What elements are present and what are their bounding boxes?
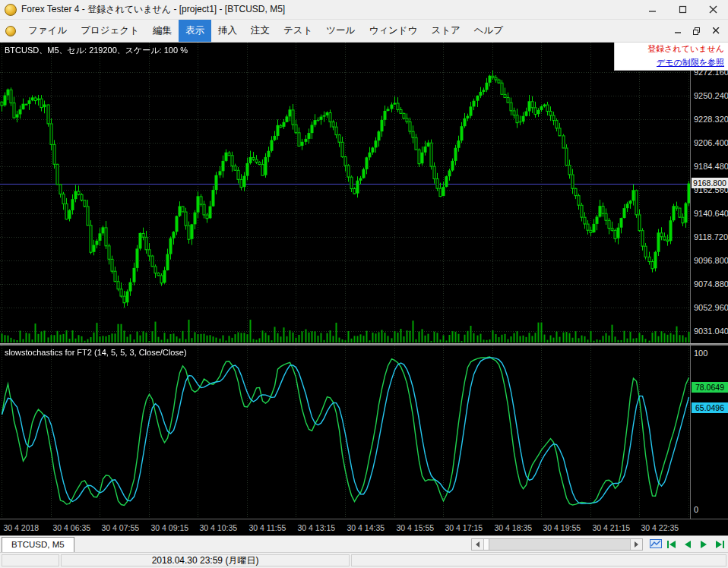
scroll-right-icon xyxy=(635,541,638,547)
jump-end-icon xyxy=(714,540,725,549)
menu-item[interactable]: 注文 xyxy=(244,20,277,42)
chart-tab-btcusd-m5[interactable]: BTCUSD, M5 xyxy=(2,537,74,553)
time-axis-label: 30 4 07:55 xyxy=(102,523,140,532)
price-chart-canvas[interactable] xyxy=(0,43,690,343)
mdi-close-button[interactable] xyxy=(707,24,724,38)
price-axis-label: 9096.800 xyxy=(694,256,728,265)
app-logo-coin-icon xyxy=(5,4,17,16)
minimize-icon xyxy=(648,5,657,14)
scroll-right-button[interactable] xyxy=(630,539,642,550)
menu-item[interactable]: ヘルプ xyxy=(467,20,510,42)
price-axis-label: 9118.720 xyxy=(694,232,728,241)
jump-start-button[interactable] xyxy=(665,538,678,551)
menu-item[interactable]: 挿入 xyxy=(211,20,244,42)
menu-item[interactable]: ツール xyxy=(319,20,362,42)
current-price-badge: 9168.800 xyxy=(692,178,728,188)
time-axis-label: 30 4 13:15 xyxy=(298,523,336,532)
step-forward-icon xyxy=(699,540,708,549)
time-axis-label: 30 4 15:55 xyxy=(397,523,435,532)
mdi-minimize-button[interactable] xyxy=(669,24,686,38)
status-bar: 2018.04.30 23:59 (月曜日) xyxy=(0,552,728,568)
scrollbar-thumb[interactable] xyxy=(489,539,630,550)
mdi-window-controls xyxy=(669,24,728,38)
step-forward-button[interactable] xyxy=(697,538,710,551)
time-axis-label: 30 4 10:35 xyxy=(200,523,238,532)
scroll-left-icon xyxy=(476,541,480,547)
time-axis-label: 30 4 22:35 xyxy=(641,523,679,532)
time-axis-label: 30 4 2018 xyxy=(4,523,40,532)
status-segment-right xyxy=(351,554,726,566)
menu-item[interactable]: ファイル xyxy=(21,20,74,42)
status-datetime: 2018.04.30 23:59 (月曜日) xyxy=(61,554,350,566)
chart-tab-bar: BTCUSD, M5 xyxy=(0,535,728,552)
stochastic-chart-canvas[interactable] xyxy=(0,346,690,519)
chart-workspace: BTCUSD、M5、セル: 219200、スケール: 100 % slowsto… xyxy=(0,43,728,519)
mdi-minimize-icon xyxy=(675,27,682,34)
step-back-icon xyxy=(683,540,692,549)
chart-window-icon xyxy=(650,539,662,550)
price-axis[interactable]: 9168.800 100 0 78.0649 65.0496 9272.1609… xyxy=(690,43,728,519)
price-axis-label: 9250.240 xyxy=(694,91,728,100)
time-axis-label: 30 4 06:35 xyxy=(53,523,91,532)
time-axis-label: 30 4 18:35 xyxy=(495,523,533,532)
status-segment-left xyxy=(2,554,59,566)
menu-bar: ファイルプロジェクト編集表示挿入注文テストツールウィンドウストアヘルプ xyxy=(0,20,728,43)
mdi-restore-button[interactable] xyxy=(688,24,705,38)
maximize-button[interactable] xyxy=(667,0,698,19)
minimize-button[interactable] xyxy=(637,0,667,19)
menu-item[interactable]: ウィンドウ xyxy=(362,20,424,42)
menu-items: ファイルプロジェクト編集表示挿入注文テストツールウィンドウストアヘルプ xyxy=(21,20,510,42)
stoch-value-badge-cyan: 65.0496 xyxy=(692,402,728,413)
menu-item[interactable]: テスト xyxy=(277,20,319,42)
jump-start-icon xyxy=(666,540,677,549)
price-axis-label: 9184.480 xyxy=(694,162,728,171)
time-axis-label: 30 4 14:35 xyxy=(347,523,385,532)
window-title: Forex Tester 4 - 登録されていません - [project1] … xyxy=(21,3,285,16)
mdi-child-coin-icon xyxy=(5,26,16,36)
stochastic-indicator-label: slowstochastics for FT2 (14, 5, 5, 3, Cl… xyxy=(5,348,187,357)
chart-info-label: BTCUSD、M5、セル: 219200、スケール: 100 % xyxy=(5,45,188,56)
menu-item[interactable]: ストア xyxy=(424,20,467,42)
registration-message: 登録されていません xyxy=(619,43,724,55)
price-axis-label: 9140.640 xyxy=(694,209,728,218)
price-axis-label: 9052.960 xyxy=(694,303,728,312)
mdi-restore-icon xyxy=(693,27,701,35)
menu-item[interactable]: 表示 xyxy=(179,20,211,42)
mdi-close-icon xyxy=(713,27,720,34)
stoch-value-badge-green: 78.0649 xyxy=(692,382,728,393)
title-bar: Forex Tester 4 - 登録されていません - [project1] … xyxy=(0,0,728,20)
price-axis-label: 9206.400 xyxy=(694,138,728,147)
time-axis[interactable]: 30 4 201830 4 06:3530 4 07:5530 4 09:153… xyxy=(0,519,728,535)
jump-end-button[interactable] xyxy=(713,538,726,551)
maximize-icon xyxy=(679,5,687,14)
panel-splitter[interactable] xyxy=(0,343,728,346)
stoch-axis-top-label: 100 xyxy=(694,349,707,358)
close-icon xyxy=(709,5,717,14)
time-axis-label: 30 4 17:15 xyxy=(445,523,483,532)
chart-navigation-icons xyxy=(649,538,726,551)
scroll-left-button[interactable] xyxy=(472,539,484,550)
chart-window-button[interactable] xyxy=(649,538,662,551)
close-button[interactable] xyxy=(698,0,728,19)
chart-horizontal-scrollbar[interactable] xyxy=(471,538,643,551)
window-controls xyxy=(637,0,728,19)
step-back-button[interactable] xyxy=(681,538,694,551)
registration-notice: 登録されていません デモの制限を参照 xyxy=(614,43,728,71)
demo-limitations-link[interactable]: デモの制限を参照 xyxy=(657,57,724,68)
time-axis-label: 30 4 09:15 xyxy=(151,523,189,532)
stoch-axis-bottom-label: 0 xyxy=(694,505,698,514)
price-axis-label: 9031.040 xyxy=(694,327,728,336)
time-axis-label: 30 4 19:55 xyxy=(543,523,581,532)
time-axis-label: 30 4 11:55 xyxy=(249,523,286,532)
price-axis-label: 9228.320 xyxy=(694,115,728,124)
time-axis-label: 30 4 21:15 xyxy=(593,523,631,532)
scrollbar-track[interactable] xyxy=(484,539,630,550)
price-axis-label: 9074.880 xyxy=(694,279,728,289)
menu-item[interactable]: プロジェクト xyxy=(74,20,146,42)
menu-item[interactable]: 編集 xyxy=(146,20,179,42)
